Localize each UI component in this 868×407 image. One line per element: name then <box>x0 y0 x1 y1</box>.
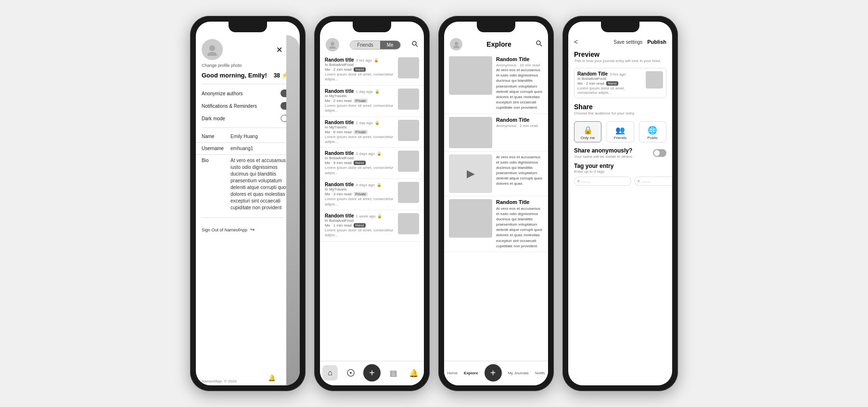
setting-notifications-label: Notifications & Reminders <box>202 103 257 109</box>
feed-item-title: Random title <box>325 120 354 125</box>
feed-avatar[interactable] <box>326 38 339 51</box>
nav-label-notifs: Notifs <box>535 371 545 375</box>
tag-title: Tag your entry <box>574 163 666 169</box>
explore-card[interactable]: Random Title At vero eos et accusamus et… <box>444 196 548 253</box>
list-item[interactable]: Random title 3 hrs ago 🔒 In BobaAndFood … <box>320 54 424 86</box>
lock-icon: 🔒 <box>377 152 382 156</box>
add-button[interactable]: + <box>485 364 502 382</box>
feed-item-title: Random title <box>325 182 354 187</box>
share-option-onlyme[interactable]: 🔒 Only me <box>574 121 601 142</box>
list-item[interactable]: Random title 1 week ago 🔒 In BobaAndFood… <box>320 210 424 242</box>
explore-avatar[interactable] <box>450 38 462 51</box>
notch <box>353 22 391 32</box>
explore-image <box>449 199 492 238</box>
tag-input-1[interactable] <box>574 177 631 186</box>
back-button[interactable]: < <box>574 38 578 46</box>
field-name-value[interactable]: Emily Huang <box>230 133 294 140</box>
signout-row[interactable]: Sign Out of NameofApp ↪ <box>196 223 300 237</box>
tag-input-2[interactable] <box>634 177 672 186</box>
feed-tag: Private <box>354 99 368 103</box>
explore-video-content: At vero eos et accusamus et iusto odio d… <box>496 154 543 193</box>
save-settings-button[interactable]: Save settings <box>613 39 642 45</box>
preview-section-title: Preview <box>568 48 672 59</box>
svg-line-13 <box>540 45 542 47</box>
add-button[interactable]: + <box>363 364 381 382</box>
feed-community: In BobaAndFood <box>325 63 394 67</box>
field-bio-value[interactable]: At vero eos et accusamus et iusto odio d… <box>230 157 294 211</box>
share-options: 🔒 Only me 👥 Friends 🌐 Public <box>568 118 672 145</box>
feed-item-title: Random title <box>325 213 354 218</box>
field-username-value[interactable]: emhuang1 <box>230 145 294 152</box>
feed-excerpt: Lorem ipsum dolor sit amet, consectetur … <box>325 165 394 176</box>
greeting-row: Good morning, Emily! 38 ⚡ ✓ <box>196 70 300 81</box>
tab-me[interactable]: Me <box>380 41 400 49</box>
share-public-label: Public <box>647 136 658 140</box>
feed-meta: Me · 2 min read <box>325 67 352 72</box>
svg-point-12 <box>536 41 540 45</box>
explore-card-content: Random Title Anonymous · 10 min read At … <box>496 56 543 111</box>
feed-meta: Me · 3 min read <box>325 192 352 196</box>
close-icon[interactable]: ✕ <box>276 45 282 54</box>
notification-icon[interactable]: 🔔 <box>268 374 276 382</box>
field-username-label: Username <box>202 145 226 151</box>
list-item[interactable]: Random title 4 days ago 🔒 In MyTravels M… <box>320 179 424 210</box>
svg-line-7 <box>416 45 418 47</box>
nav-item-myjournals[interactable]: My Journals <box>508 371 529 375</box>
explore-search-icon[interactable] <box>536 40 542 49</box>
toggle-anon[interactable] <box>653 149 666 157</box>
lock-icon: 🔒 <box>375 121 380 125</box>
feed-item-time: 1 day ago <box>356 89 373 94</box>
preview-time: 3 hrs ago <box>610 72 625 76</box>
phone-feed: Friends Me Random title 3 hrs ago 🔒 <box>314 16 430 391</box>
phone-explore: Explore Random Title Anonymous · 10 min … <box>438 16 554 391</box>
preview-community: In BobaAndFood <box>577 76 643 81</box>
feed-item-title: Random title <box>325 89 354 94</box>
home-icon: ⌂ <box>322 365 338 381</box>
change-photo-label[interactable]: Change profile photo <box>196 62 300 70</box>
explore-card[interactable]: Random Title Anonymous · 2 min read <box>444 114 548 152</box>
share-option-public[interactable]: 🌐 Public <box>639 121 666 142</box>
svg-point-4 <box>331 42 334 46</box>
scroll-indicator <box>286 35 300 385</box>
feed-community: In MyTravels <box>325 125 394 129</box>
explore-card[interactable]: ▶ At vero eos et accusamus et iusto odio… <box>444 152 548 196</box>
preview-title: Random Title <box>577 71 608 76</box>
explore-card-text: At vero eos et accusamus et iusto odio d… <box>496 206 543 249</box>
share-section-subtitle: Choose the audience for your entry. <box>568 111 672 118</box>
feed-tag: Private <box>354 192 368 196</box>
setting-darkmode: Dark mode <box>196 112 300 125</box>
explore-image <box>449 117 492 148</box>
feed-search-icon[interactable] <box>411 40 418 49</box>
nav-item-home[interactable]: Home <box>447 371 458 375</box>
nav-item-notifications[interactable]: 🔔 <box>406 365 421 381</box>
feed-tag: friend <box>354 67 366 72</box>
nav-item-notifs[interactable]: Notifs <box>535 371 545 375</box>
signout-label: Sign Out of NameofApp <box>202 228 247 232</box>
publish-header: < Save settings Publish <box>568 35 672 48</box>
notifications-icon: 🔔 <box>406 365 421 381</box>
nav-item-explore[interactable]: Explore <box>464 371 478 375</box>
nav-item-home[interactable]: ⌂ <box>322 365 338 381</box>
share-section-title: Share <box>568 100 672 111</box>
list-item[interactable]: Random title 1 day ago 🔒 In MyTravels Me… <box>320 117 424 148</box>
lock-icon: 🔒 <box>583 126 593 135</box>
phone-publish: < Save settings Publish Preview This is … <box>562 16 678 391</box>
lock-icon: 🔒 <box>377 183 382 187</box>
svg-point-5 <box>329 46 336 49</box>
nav-item-explore[interactable] <box>343 365 358 381</box>
share-option-friends[interactable]: 👥 Friends <box>606 121 634 142</box>
publish-button[interactable]: Publish <box>647 39 666 45</box>
svg-point-9 <box>350 372 352 374</box>
avatar[interactable] <box>202 39 223 60</box>
nav-item-journals[interactable]: ▤ <box>385 365 401 381</box>
list-item[interactable]: Random title 3 days ago 🔒 In BobaAndFood… <box>320 148 424 179</box>
feed-meta: Me · 8 min read <box>325 130 352 134</box>
tab-switcher: Friends Me <box>350 40 400 50</box>
explore-card[interactable]: Random Title Anonymous · 10 min read At … <box>444 53 548 114</box>
list-item[interactable]: Random title 1 day ago 🔒 In MyTravels Me… <box>320 86 424 117</box>
tab-friends[interactable]: Friends <box>350 41 380 49</box>
setting-anonymize-label: Anonymize authors <box>202 91 243 96</box>
preview-card: Random Title 3 hrs ago In BobaAndFood Me… <box>574 68 666 98</box>
explore-icon <box>343 365 358 381</box>
feed-excerpt: Lorem ipsum dolor sit amet, consectetur … <box>325 228 394 238</box>
